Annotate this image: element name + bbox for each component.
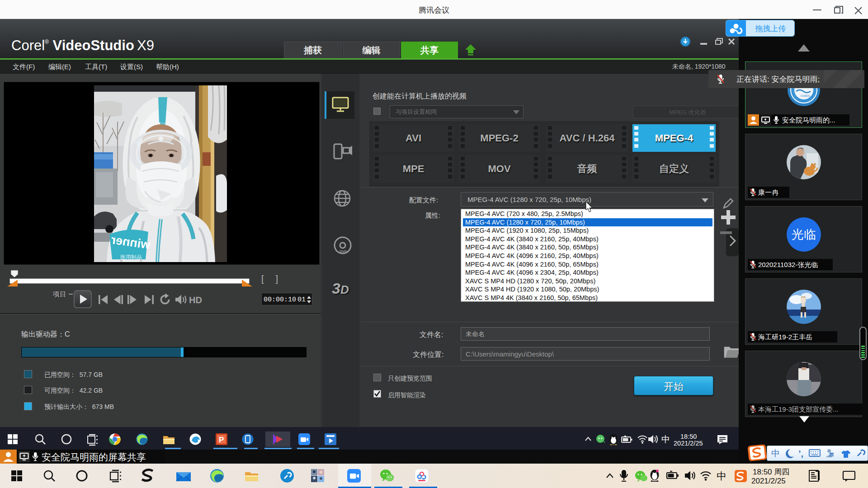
svg-text:CUEDC: CUEDC [801, 94, 811, 97]
svg-text:18:50 周四: 18:50 周四 [753, 468, 789, 476]
svg-text:HD: HD [189, 295, 202, 305]
svg-text:2021/2/25: 2021/2/25 [751, 477, 786, 485]
svg-text:DVD: DVD [340, 249, 347, 253]
svg-text:中: 中 [661, 435, 670, 444]
svg-text:中: 中 [771, 449, 780, 458]
svg-text:2021/2/25: 2021/2/25 [674, 440, 703, 447]
svg-text:18:50: 18:50 [680, 433, 697, 440]
svg-text:P: P [219, 436, 224, 444]
svg-text:10: 10 [830, 453, 834, 456]
svg-text:’,: ’, [798, 449, 803, 459]
svg-text:医用制品: 医用制品 [120, 254, 142, 260]
svg-text:中: 中 [717, 470, 726, 482]
